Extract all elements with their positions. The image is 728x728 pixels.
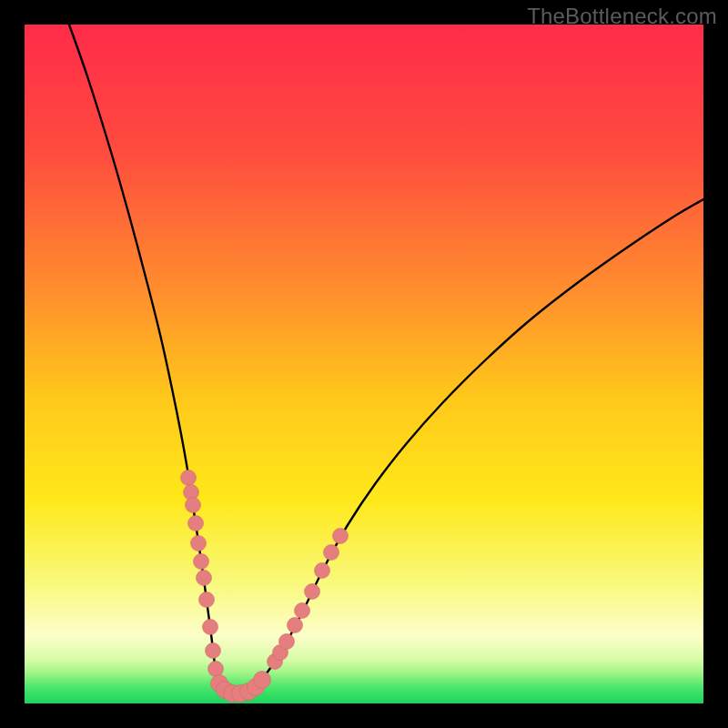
data-dot	[191, 536, 207, 551]
right-curve	[236, 199, 703, 693]
data-dot	[288, 618, 303, 633]
data-dot	[181, 470, 197, 486]
data-dot	[208, 662, 224, 677]
data-dot	[333, 529, 349, 544]
left-branch-dots	[181, 470, 224, 677]
data-dot	[295, 603, 310, 619]
data-dot	[197, 571, 212, 586]
data-dot	[194, 554, 209, 570]
data-dot	[206, 643, 221, 659]
data-dot	[324, 545, 339, 561]
data-dot	[279, 634, 295, 650]
data-dot	[305, 584, 320, 600]
data-dot	[186, 498, 201, 513]
data-dot	[188, 516, 204, 531]
plot-area	[25, 25, 703, 703]
right-branch-dots	[268, 529, 349, 670]
data-dot	[315, 563, 330, 579]
data-dot	[203, 620, 218, 635]
outer-frame: TheBottleneck.com	[0, 0, 728, 728]
data-dot	[199, 592, 215, 608]
data-dot	[254, 672, 271, 689]
bottom-cluster-dots	[211, 672, 271, 703]
watermark-text: TheBottleneck.com	[527, 4, 717, 29]
chart-svg	[25, 25, 703, 703]
